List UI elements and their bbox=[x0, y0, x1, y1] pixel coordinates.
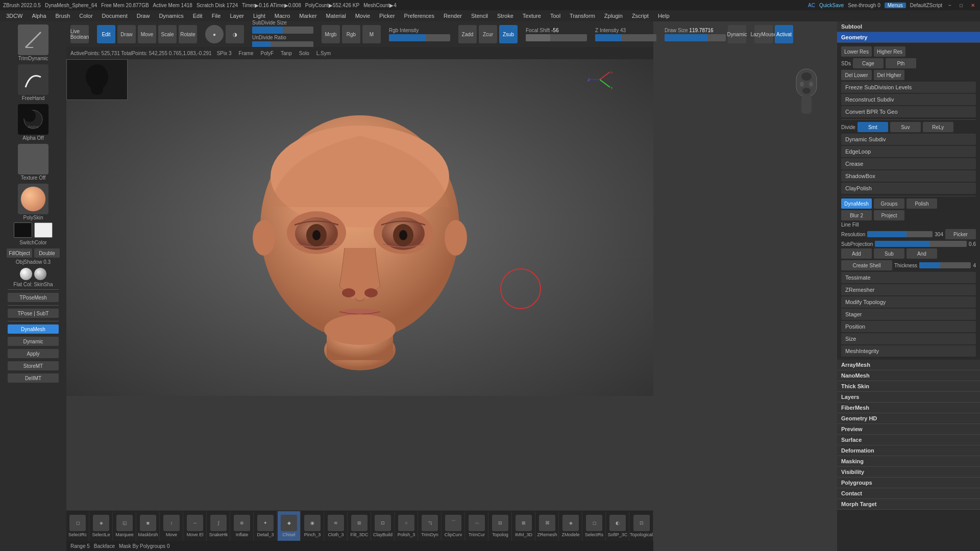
create-shell-btn[interactable]: Create Shell bbox=[841, 260, 892, 270]
double-btn[interactable]: Double bbox=[34, 248, 60, 258]
menu-item-zscript[interactable]: Zscript bbox=[628, 12, 653, 20]
brush-topological[interactable]: ⊡Topological bbox=[630, 511, 653, 541]
lazy-mouse-btn[interactable]: LazyMouse bbox=[754, 25, 773, 43]
brush-claybuild[interactable]: ⊡ClayBuild bbox=[372, 511, 395, 541]
scale-btn[interactable]: Scale bbox=[158, 25, 177, 43]
and-btn[interactable]: And bbox=[906, 248, 937, 259]
menu-item-stroke[interactable]: Stroke bbox=[493, 12, 518, 20]
visibility-header[interactable]: Visibility bbox=[837, 467, 980, 478]
menu-item-macro[interactable]: Macro bbox=[271, 12, 295, 20]
del-lower-btn[interactable]: Del Lower bbox=[841, 70, 872, 80]
brush-filt3dc[interactable]: ⊞Filt_3DC bbox=[348, 511, 371, 541]
polyf-btn[interactable]: PolyF bbox=[259, 49, 276, 57]
menu-item-3dcw[interactable]: 3DCW bbox=[2, 12, 27, 20]
brush-zmodele[interactable]: ◈ZModele bbox=[559, 511, 582, 541]
rgb-intensity-slider[interactable] bbox=[389, 34, 450, 41]
menu-item-stencil[interactable]: Stencil bbox=[467, 12, 492, 20]
menu-item-color[interactable]: Color bbox=[75, 12, 96, 20]
dyna-mesh-btn[interactable]: DynaMesh bbox=[8, 324, 59, 334]
brush-selectrs[interactable]: ◻SelectRs bbox=[583, 511, 606, 541]
layers-header[interactable]: Layers bbox=[837, 392, 980, 403]
half-sphere-toggle[interactable]: ◑ bbox=[226, 25, 244, 43]
crease-btn[interactable]: Crease bbox=[841, 158, 976, 169]
pth-btn[interactable]: Pth bbox=[886, 58, 916, 68]
tpose-mesh-btn[interactable]: TPoseMesh bbox=[8, 293, 59, 302]
z-intensity-slider[interactable] bbox=[595, 34, 656, 41]
geometry-header[interactable]: Geometry bbox=[837, 32, 980, 43]
reconstruct-subdiv-btn[interactable]: Reconstruct Subdiv bbox=[841, 94, 976, 105]
smt-btn[interactable]: Smt bbox=[857, 122, 888, 132]
tool-alpha-off[interactable]: Alpha Alpha Off bbox=[5, 103, 61, 142]
brush-marquee[interactable]: ◱Marquee bbox=[113, 511, 136, 541]
thickness-slider[interactable] bbox=[919, 262, 971, 268]
default-zscript[interactable]: DefaultZScript bbox=[910, 3, 942, 8]
edit-btn[interactable]: Edit bbox=[97, 25, 115, 43]
menu-item-movie[interactable]: Movie bbox=[351, 12, 374, 20]
sub-btn[interactable]: Sub bbox=[874, 248, 904, 259]
freeze-subdiv-btn[interactable]: Freeze SubDivision Levels bbox=[841, 82, 976, 93]
draw-btn[interactable]: Draw bbox=[117, 25, 136, 43]
menu-item-layer[interactable]: Layer bbox=[226, 12, 248, 20]
brush-selectle[interactable]: ◈SelectLe bbox=[90, 511, 113, 541]
store-mt-btn[interactable]: StoreMT bbox=[8, 361, 59, 370]
brush-selectrc[interactable]: ◻SelectRc bbox=[66, 511, 89, 541]
tanp-btn[interactable]: Tanp bbox=[279, 49, 294, 57]
geometry-hd-header[interactable]: Geometry HD bbox=[837, 413, 980, 424]
menu-item-preferences[interactable]: Preferences bbox=[400, 12, 438, 20]
stager-btn[interactable]: Stager bbox=[841, 309, 976, 320]
convert-bpr-btn[interactable]: Convert BPR To Geo bbox=[841, 106, 976, 117]
canvas-area[interactable]: X Y Z bbox=[66, 59, 653, 396]
brush-move[interactable]: ↕Move bbox=[160, 511, 183, 541]
brush-polish3[interactable]: ○Polish_3 bbox=[395, 511, 418, 541]
tool-poly-skin[interactable]: PolySkin bbox=[5, 183, 61, 221]
array-mesh-header[interactable]: ArrayMesh bbox=[837, 360, 980, 370]
brush-trimcur[interactable]: ⌓TrimCur bbox=[465, 511, 488, 541]
shadow-box-btn[interactable]: ShadowBox bbox=[841, 170, 976, 182]
clay-polish-btn[interactable]: ClayPolish bbox=[841, 183, 976, 194]
nano-mesh-header[interactable]: NanoMesh bbox=[837, 370, 980, 381]
tpose-subt-btn[interactable]: TPose | SubT bbox=[8, 309, 59, 318]
tool-free-hand[interactable]: FreeHand bbox=[5, 63, 61, 102]
brush-zremesh[interactable]: ⌘ZRemesh bbox=[536, 511, 559, 541]
cage-btn[interactable]: Cage bbox=[853, 58, 884, 68]
brush-inflate[interactable]: ⊕Inflate bbox=[231, 511, 254, 541]
color-black[interactable] bbox=[14, 222, 32, 238]
fiber-mesh-header[interactable]: FiberMesh bbox=[837, 403, 980, 413]
polish-btn[interactable]: Polish bbox=[906, 198, 937, 209]
menu-item-edit[interactable]: Edit bbox=[189, 12, 207, 20]
menu-item-tool[interactable]: Tool bbox=[546, 12, 565, 20]
surface-header[interactable]: Surface bbox=[837, 435, 980, 445]
mrgb-btn[interactable]: Mrgb bbox=[322, 25, 340, 43]
menu-item-draw[interactable]: Draw bbox=[133, 12, 154, 20]
resolution-slider[interactable] bbox=[867, 231, 933, 237]
brush-detail[interactable]: ✦Detail_3 bbox=[254, 511, 277, 541]
groups-btn[interactable]: Groups bbox=[874, 198, 904, 209]
camera-widget[interactable] bbox=[789, 66, 824, 122]
brush-pinch[interactable]: ◉Pinch_3 bbox=[301, 511, 324, 541]
dynamic-subdiv-btn[interactable]: Dynamic Subdiv bbox=[841, 134, 976, 145]
tool-trim-dynamic[interactable]: TrimDynamic bbox=[5, 23, 61, 62]
edge-loop-btn[interactable]: EdgeLoop bbox=[841, 146, 976, 157]
color-white[interactable] bbox=[34, 222, 53, 238]
mesh-integrity-btn[interactable]: MeshIntegrity bbox=[841, 345, 976, 357]
del-higher-btn[interactable]: Del Higher bbox=[874, 70, 904, 80]
brush-softp3c[interactable]: ◐SoftP_3C bbox=[606, 511, 629, 541]
maximize-icon[interactable]: □ bbox=[958, 3, 965, 8]
close-icon[interactable]: ✕ bbox=[969, 3, 977, 8]
menu-item-zplugin[interactable]: Zplugin bbox=[600, 12, 627, 20]
minimize-icon[interactable]: − bbox=[946, 3, 953, 8]
zsub-btn[interactable]: Zsub bbox=[499, 25, 518, 43]
tessimate-btn[interactable]: Tessimate bbox=[841, 272, 976, 283]
menu-item-document[interactable]: Document bbox=[98, 12, 132, 20]
brush-moveel[interactable]: ↔Move El bbox=[184, 511, 207, 541]
lower-res-btn[interactable]: Lower Res bbox=[841, 46, 872, 57]
brush-trimdyn[interactable]: ◹TrimDyn bbox=[419, 511, 442, 541]
menu-item-texture[interactable]: Texture bbox=[519, 12, 545, 20]
subdivide-slider[interactable] bbox=[252, 27, 313, 34]
blur-btn[interactable]: Blur 2 bbox=[841, 210, 872, 220]
menu-item-dynamics[interactable]: Dynamics bbox=[155, 12, 187, 20]
modify-topology-btn[interactable]: Modify Topology bbox=[841, 296, 976, 308]
morph-target-header[interactable]: Morph Target bbox=[837, 499, 980, 510]
contact-header[interactable]: Contact bbox=[837, 488, 980, 499]
focal-shift-slider[interactable] bbox=[526, 34, 587, 41]
